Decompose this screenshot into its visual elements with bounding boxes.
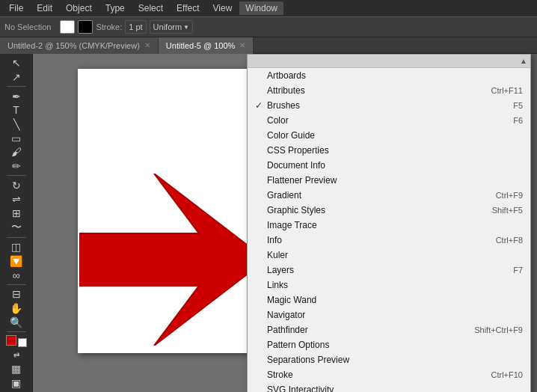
tool-warp[interactable]: 〜 — [7, 221, 26, 234]
stroke-width-input[interactable]: 1 pt — [125, 20, 146, 34]
tab-close-untitled5[interactable]: ✕ — [239, 41, 245, 49]
tool-zoom[interactable]: 🔍 — [7, 316, 26, 328]
menu-item-color[interactable]: Color F6 — [248, 113, 530, 128]
menu-item-image-trace[interactable]: Image Trace — [248, 218, 530, 233]
menu-item-gradient[interactable]: Gradient Ctrl+F9 — [248, 188, 530, 203]
window-dropdown-menu: ▲ Artboards Attributes Ctrl+F11 ✓ Brushe… — [247, 54, 531, 392]
label-navigator: Navigator — [267, 310, 523, 320]
label-css-properties: CSS Properties — [267, 145, 523, 156]
tool-draw-modes[interactable]: ▦ — [7, 362, 26, 375]
label-gradient: Gradient — [267, 190, 496, 200]
menu-object[interactable]: Object — [60, 1, 98, 15]
label-info: Info — [267, 235, 496, 245]
label-layers: Layers — [267, 265, 513, 275]
label-pattern-options: Pattern Options — [267, 340, 523, 350]
label-color-guide: Color Guide — [267, 130, 523, 141]
menu-item-document-info[interactable]: Document Info — [248, 158, 530, 173]
tool-artboard[interactable]: ⊟ — [7, 288, 26, 301]
check-brushes: ✓ — [255, 100, 267, 111]
tool-hand[interactable]: ✋ — [7, 302, 26, 315]
label-brushes: Brushes — [267, 100, 513, 111]
stroke-align-dropdown[interactable]: Uniform ▼ — [150, 20, 193, 34]
tool-separator-5 — [7, 331, 26, 332]
shortcut-attributes: Ctrl+F11 — [491, 86, 524, 95]
stroke-color[interactable] — [18, 338, 27, 347]
tool-blend[interactable]: ∞ — [7, 269, 26, 281]
tab-bar: Untitled-2 @ 150% (CMYK/Preview) ✕ Untit… — [0, 37, 537, 54]
fill-color[interactable] — [6, 335, 16, 346]
menu-item-brushes[interactable]: ✓ Brushes F5 — [248, 98, 530, 113]
menu-item-css-properties[interactable]: CSS Properties — [248, 143, 530, 158]
tool-line[interactable]: ╲ — [7, 118, 26, 131]
tool-scale[interactable]: ⊞ — [7, 207, 26, 220]
menu-item-stroke[interactable]: Stroke Ctrl+F10 — [248, 367, 530, 382]
menu-item-svg-interactivity[interactable]: SVG Interactivity — [248, 382, 530, 392]
tool-paintbrush[interactable]: 🖌 — [7, 146, 26, 159]
menu-item-flattener-preview[interactable]: Flattener Preview — [248, 173, 530, 188]
label-attributes: Attributes — [267, 85, 491, 96]
shortcut-info: Ctrl+F8 — [496, 236, 523, 245]
tab-untitled2[interactable]: Untitled-2 @ 150% (CMYK/Preview) ✕ — [0, 37, 159, 54]
tools-panel: ↖ ↗ ✒ T ╲ ▭ 🖌 ✏ ↻ ⇌ ⊞ 〜 ◫ 🔽 ∞ ⊟ ✋ 🔍 ⇄ ▦ … — [0, 54, 33, 392]
shortcut-gradient: Ctrl+F9 — [496, 191, 523, 200]
label-flattener-preview: Flattener Preview — [267, 175, 523, 186]
tool-screen-modes[interactable]: ▣ — [7, 376, 26, 389]
main-area: ↖ ↗ ✒ T ╲ ▭ 🖌 ✏ ↻ ⇌ ⊞ 〜 ◫ 🔽 ∞ ⊟ ✋ 🔍 ⇄ ▦ … — [0, 54, 537, 392]
tool-reflect[interactable]: ⇌ — [7, 193, 26, 206]
label-color: Color — [267, 115, 513, 126]
menu-item-pattern-options[interactable]: Pattern Options — [248, 337, 530, 352]
toolbar: No Selection Stroke: 1 pt Uniform ▼ — [0, 16, 537, 37]
menu-effect[interactable]: Effect — [171, 1, 205, 15]
shortcut-pathfinder: Shift+Ctrl+F9 — [474, 325, 523, 334]
label-artboards: Artboards — [267, 70, 523, 81]
menu-item-links[interactable]: Links — [248, 278, 530, 293]
menu-item-pathfinder[interactable]: Pathfinder Shift+Ctrl+F9 — [248, 322, 530, 337]
label-image-trace: Image Trace — [267, 220, 523, 230]
shortcut-stroke: Ctrl+F10 — [491, 370, 524, 379]
menu-item-info[interactable]: Info Ctrl+F8 — [248, 233, 530, 248]
tool-direct-select[interactable]: ↗ — [7, 71, 26, 84]
fill-swatch[interactable] — [60, 20, 75, 34]
color-swatches — [6, 335, 27, 347]
tool-eyedropper[interactable]: 🔽 — [7, 255, 26, 268]
menu-item-graphic-styles[interactable]: Graphic Styles Shift+F5 — [248, 203, 530, 218]
menu-item-kuler[interactable]: Kuler — [248, 248, 530, 263]
label-graphic-styles: Graphic Styles — [267, 205, 492, 215]
menu-window[interactable]: Window — [239, 1, 283, 15]
menu-item-magic-wand[interactable]: Magic Wand — [248, 293, 530, 307]
tab-close-untitled2[interactable]: ✕ — [144, 41, 150, 49]
tool-type[interactable]: T — [7, 104, 26, 117]
menu-item-artboards[interactable]: Artboards — [248, 68, 530, 83]
tool-swap-colors[interactable]: ⇄ — [7, 349, 26, 361]
svg-marker-0 — [79, 174, 266, 346]
menu-edit[interactable]: Edit — [31, 1, 58, 15]
stroke-swatch[interactable] — [78, 20, 93, 34]
tool-pencil[interactable]: ✏ — [7, 160, 26, 173]
tool-gradient[interactable]: ◫ — [7, 241, 26, 254]
tool-select[interactable]: ↖ — [7, 57, 26, 70]
menu-select[interactable]: Select — [132, 1, 169, 15]
menu-view[interactable]: View — [207, 1, 239, 15]
tool-pen[interactable]: ✒ — [7, 90, 26, 102]
tool-rotate[interactable]: ↻ — [7, 179, 26, 192]
selection-indicator: No Selection — [4, 22, 51, 31]
menu-item-color-guide[interactable]: Color Guide — [248, 128, 530, 143]
menu-item-navigator[interactable]: Navigator — [248, 307, 530, 322]
label-separations-preview: Separations Preview — [267, 355, 523, 365]
shortcut-graphic-styles: Shift+F5 — [492, 206, 523, 215]
shortcut-layers: F7 — [513, 266, 523, 275]
menu-bar[interactable]: File Edit Object Type Select Effect View… — [0, 0, 537, 16]
tab-untitled5[interactable]: Untitled-5 @ 100% ✕ — [159, 37, 254, 54]
menu-item-layers[interactable]: Layers F7 — [248, 263, 530, 278]
menu-type[interactable]: Type — [99, 1, 131, 15]
tool-rect[interactable]: ▭ — [7, 132, 26, 144]
tool-separator-4 — [7, 284, 26, 285]
dropdown-arrow-icon: ▲ — [520, 57, 527, 65]
annotation-arrow — [79, 174, 266, 346]
label-kuler: Kuler — [267, 250, 523, 260]
menu-item-separations-preview[interactable]: Separations Preview — [248, 352, 530, 367]
label-links: Links — [267, 280, 523, 290]
menu-item-attributes[interactable]: Attributes Ctrl+F11 — [248, 83, 530, 98]
menu-file[interactable]: File — [3, 1, 29, 15]
tool-separator-1 — [7, 86, 26, 87]
